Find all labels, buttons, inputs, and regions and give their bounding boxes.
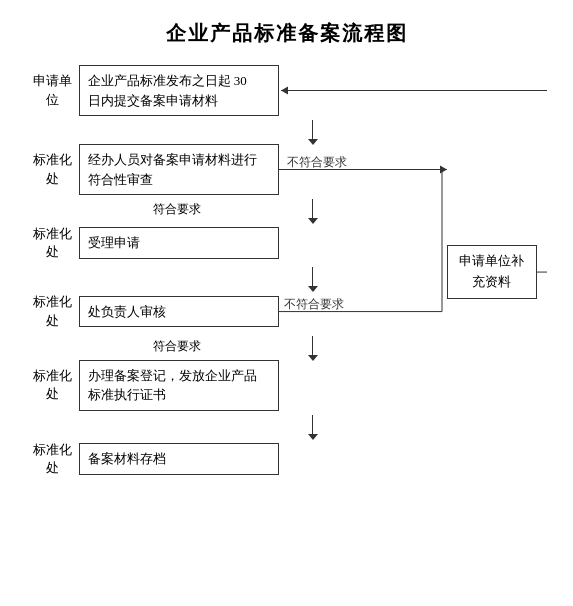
box-2: 经办人员对备案申请材料进行符合性审查 [79,144,279,195]
arrow-line-4 [312,336,313,356]
dept-label-3: 标准化处 [27,223,79,263]
supplement-box: 申请单位补充资料 [447,245,537,299]
box-5: 办理备案登记，发放企业产品标准执行证书 [79,360,279,411]
box-1: 企业产品标准发布之日起 30日内提交备案申请材料 [79,65,279,116]
dept-label-4: 标准化处 [27,291,79,331]
dept-label-1: 申请单位 [27,70,79,110]
page-title: 企业产品标准备案流程图 [27,20,547,47]
arrow-line-2 [312,199,313,219]
box-6: 备案材料存档 [79,443,279,475]
dept-label-6: 标准化处 [27,439,79,479]
dept-label-2: 标准化处 [27,149,79,189]
label-conform-2: 符合要求 [153,337,201,354]
flow-area: 不符合要求不符合要求 申请单位 企业产品标准发布之日起 30日内提交备案申请材料… [27,65,547,479]
box-3: 受理申请 [79,227,279,259]
dept-label-5: 标准化处 [27,365,79,405]
right-panel: 申请单位补充资料 [447,65,537,479]
arrow-line-1 [312,120,313,140]
box-4: 处负责人审核 [79,296,279,328]
arrow-line-3 [312,267,313,287]
diagram-container: 企业产品标准备案流程图 不符合要求不符合要求 申请单位 企业产品标准发布之日起 … [12,10,562,489]
arrow-line-5 [312,415,313,435]
label-conform-1: 符合要求 [153,201,201,218]
